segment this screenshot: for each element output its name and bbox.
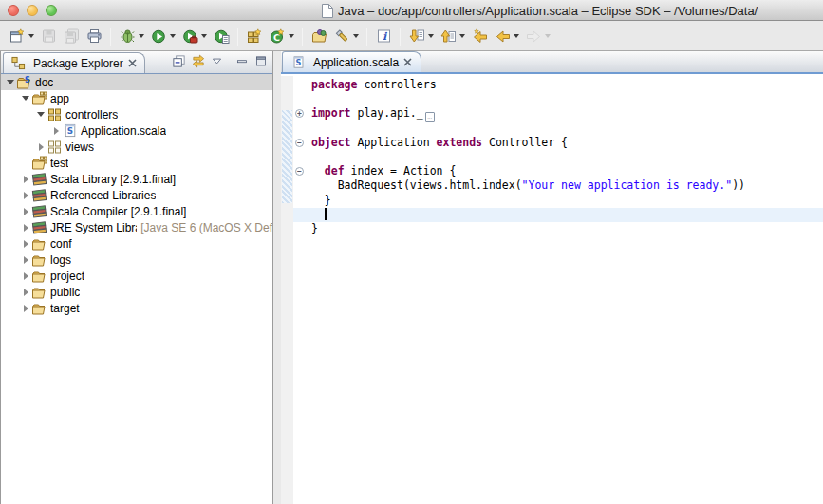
search-dropdown-icon[interactable] (353, 34, 359, 38)
code-editor[interactable]: package controllers+import play.api._...… (293, 76, 823, 504)
run-external-tools-dropdown-icon[interactable] (201, 34, 207, 38)
next-annotation-button[interactable] (406, 27, 436, 47)
code-line-9[interactable]: } (293, 194, 823, 208)
run-configuration-button[interactable] (211, 27, 232, 47)
back-button[interactable] (492, 27, 521, 47)
code-line-1[interactable]: package controllers (293, 78, 823, 92)
tree-item-scala-library-2-9-1-final[interactable]: Scala Library [2.9.1.final] (1, 171, 272, 187)
print-button[interactable] (84, 27, 104, 47)
tree-collapsed-arrow-icon[interactable] (20, 208, 31, 215)
tree-item-label: target (50, 302, 80, 315)
search-button[interactable] (331, 27, 361, 47)
annotation-ruler[interactable] (281, 76, 293, 504)
tree-item-logs[interactable]: logs (1, 252, 272, 268)
tree-collapsed-arrow-icon[interactable] (50, 127, 62, 135)
code-line-5[interactable]: −object Application extends Controller { (293, 136, 823, 150)
tree-item-controllers[interactable]: controllers (1, 106, 272, 122)
close-view-icon[interactable] (127, 58, 138, 68)
toggle-mark-occurrences-button[interactable]: i (373, 27, 394, 47)
code-line-10[interactable] (293, 208, 823, 222)
debug-dropdown-icon[interactable] (139, 34, 144, 38)
tree-collapsed-arrow-icon[interactable] (20, 256, 31, 264)
tree-item-doc[interactable]: Sdoc (1, 74, 272, 90)
tree-expanded-arrow-icon[interactable] (5, 80, 16, 84)
link-with-editor-button[interactable] (190, 55, 206, 70)
toggle-mark-occurrences-icon: i (375, 28, 392, 45)
library-icon (31, 188, 47, 203)
back-dropdown-icon[interactable] (514, 34, 519, 38)
title-bar[interactable]: Java – doc/app/controllers/Application.s… (0, 0, 823, 21)
code-line-3[interactable]: +import play.api._... (293, 106, 823, 121)
tree-item-project[interactable]: project (1, 268, 272, 284)
tree-collapsed-arrow-icon[interactable] (20, 305, 31, 312)
collapse-all-button[interactable] (171, 55, 187, 70)
tree-item-scala-compiler-2-9-1-final[interactable]: Scala Compiler [2.9.1.final] (1, 203, 272, 219)
workbench-area: Package Explorer SdocappcontrollersSAppl… (0, 51, 823, 504)
run-button[interactable] (148, 27, 178, 47)
tree-collapsed-arrow-icon[interactable] (35, 143, 47, 151)
code-line-4[interactable] (293, 121, 823, 136)
maximize-view-button[interactable] (253, 55, 269, 70)
tree-item-label: public (50, 286, 80, 299)
tree-collapsed-arrow-icon[interactable] (20, 240, 31, 248)
code-token: index = Action { (345, 164, 457, 177)
code-line-2[interactable] (293, 92, 823, 106)
close-editor-icon[interactable] (402, 57, 413, 67)
new-wizard-button[interactable] (7, 27, 36, 47)
view-menu-button[interactable] (209, 55, 225, 70)
folder-icon (31, 301, 47, 316)
tree-collapsed-arrow-icon[interactable] (20, 192, 31, 199)
new-package-button[interactable] (244, 27, 265, 47)
tree-item-target[interactable]: target (1, 300, 272, 316)
fold-collapse-icon[interactable]: − (295, 167, 304, 176)
new-wizard-dropdown-icon[interactable] (28, 34, 34, 38)
code-line-11[interactable]: } (293, 222, 823, 236)
previous-annotation-icon (440, 28, 457, 45)
package-explorer-tab[interactable]: Package Explorer (3, 52, 145, 73)
last-edit-location-button[interactable] (469, 27, 490, 47)
tree-item-decoration: [Java SE 6 (MacOS X Def (140, 221, 272, 234)
eclipse-window: Java – doc/app/controllers/Application.s… (0, 0, 823, 504)
tree-expanded-arrow-icon[interactable] (20, 96, 31, 101)
debug-button[interactable] (117, 27, 146, 47)
tree-item-label: project (50, 270, 84, 283)
toolbar-separator (400, 28, 401, 46)
code-line-8[interactable]: BadRequest(views.html.index("Your new ap… (293, 178, 823, 193)
tree-item-referenced-libraries[interactable]: Referenced Libraries (1, 187, 272, 203)
tree-item-app[interactable]: app (1, 90, 272, 106)
code-line-6[interactable] (293, 150, 823, 164)
tree-item-test[interactable]: test (1, 155, 272, 171)
minimize-view-button[interactable] (234, 55, 250, 70)
previous-annotation-button[interactable] (438, 27, 467, 47)
next-annotation-dropdown-icon[interactable] (428, 34, 434, 38)
tree-collapsed-arrow-icon[interactable] (20, 272, 31, 280)
open-type-button[interactable] (309, 27, 329, 47)
tree-collapsed-arrow-icon[interactable] (20, 289, 31, 296)
previous-annotation-dropdown-icon[interactable] (459, 34, 465, 38)
tree-item-views[interactable]: views (1, 139, 272, 155)
run-dropdown-icon[interactable] (170, 34, 176, 38)
zoom-window-button[interactable] (46, 5, 57, 16)
close-window-button[interactable] (8, 5, 19, 16)
minimize-window-button[interactable] (27, 5, 38, 16)
package-explorer-tree[interactable]: SdocappcontrollersSApplication.scalaview… (1, 74, 272, 504)
code-token (311, 208, 325, 221)
tree-item-public[interactable]: public (1, 284, 272, 300)
code-line-7[interactable]: − def index = Action { (293, 164, 823, 178)
tree-collapsed-arrow-icon[interactable] (20, 224, 31, 232)
run-external-tools-button[interactable] (179, 27, 209, 47)
tree-item-label: logs (50, 253, 71, 267)
tree-item-jre-system-library[interactable]: JRE System Library[Java SE 6 (MacOS X De… (1, 219, 272, 235)
tree-expanded-arrow-icon[interactable] (35, 112, 47, 117)
new-class-button[interactable]: C (267, 27, 296, 47)
fold-collapse-icon[interactable]: − (295, 139, 304, 147)
new-class-dropdown-icon[interactable] (289, 34, 294, 38)
tree-item-application-scala[interactable]: SApplication.scala (1, 122, 272, 139)
fold-expand-icon[interactable]: + (295, 109, 304, 118)
forward-dropdown-icon (545, 34, 551, 38)
sash[interactable] (274, 51, 281, 504)
editor-tab-application-scala[interactable]: S Application.scala (282, 51, 421, 72)
new-wizard-icon (9, 28, 26, 45)
tree-item-conf[interactable]: conf (1, 235, 272, 252)
tree-collapsed-arrow-icon[interactable] (20, 176, 31, 183)
